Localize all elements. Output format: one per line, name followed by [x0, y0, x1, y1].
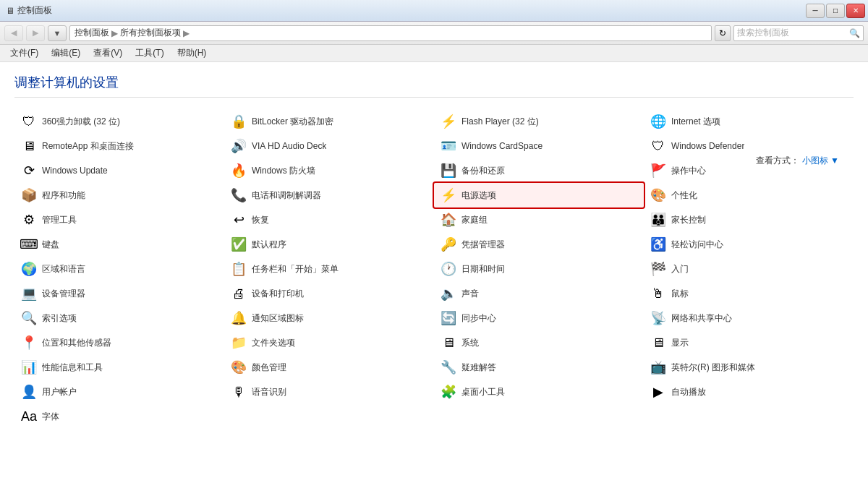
- control-panel-item[interactable]: 🌐Internet 选项: [644, 109, 854, 134]
- item-label: 网络和共享中心: [671, 312, 732, 325]
- control-panel-item[interactable]: 🖨设备和打印机: [224, 281, 434, 306]
- control-panel-item[interactable]: 🛡360强力卸载 (32 位): [14, 109, 224, 134]
- control-panel-item[interactable]: 🖥RemoteApp 和桌面连接: [14, 134, 224, 158]
- address-bar: ◀ ▶ ▼ 控制面板 ▶ 所有控制面板项 ▶ ↻ 搜索控制面板 🔍: [0, 22, 868, 45]
- control-panel-item[interactable]: 💻设备管理器: [14, 281, 224, 306]
- dropdown-button[interactable]: ▼: [48, 25, 67, 41]
- item-icon: 💾: [440, 162, 457, 179]
- close-button[interactable]: ✕: [846, 4, 865, 18]
- control-panel-item[interactable]: 🖥显示: [644, 330, 854, 355]
- control-panel-item[interactable]: ⌨键盘: [14, 232, 224, 257]
- item-icon: 📡: [650, 309, 667, 327]
- item-icon: 🎨: [650, 187, 667, 204]
- control-panel-item[interactable]: 🎨个性化: [644, 183, 854, 207]
- menu-edit[interactable]: 编辑(E): [46, 46, 86, 61]
- item-icon: ✅: [230, 236, 247, 253]
- control-panel-item[interactable]: 📊性能信息和工具: [14, 355, 224, 380]
- control-panel-item[interactable]: 🚩操作中心: [644, 158, 854, 183]
- item-label: 字体: [42, 411, 59, 423]
- control-panel-item[interactable]: 🔑凭据管理器: [434, 232, 644, 257]
- refresh-button[interactable]: ↻: [715, 25, 731, 41]
- item-icon: 🔑: [440, 236, 457, 253]
- control-panel-item[interactable]: ✅默认程序: [224, 232, 434, 257]
- breadcrumb-arrow: ▶: [111, 28, 118, 38]
- control-panel-item[interactable]: 🔄同步中心: [434, 306, 644, 330]
- item-label: 索引选项: [42, 312, 77, 325]
- item-label: 桌面小工具: [461, 386, 505, 398]
- item-icon: Aa: [20, 408, 38, 425]
- control-panel-item[interactable]: 📞电话和调制解调器: [224, 183, 434, 207]
- item-label: 任务栏和「开始」菜单: [252, 263, 339, 275]
- item-icon: 🔧: [440, 359, 457, 376]
- menu-help[interactable]: 帮助(H): [171, 46, 213, 61]
- control-panel-item[interactable]: 🔈声音: [434, 281, 644, 306]
- item-icon: ⚙: [20, 211, 38, 228]
- control-panel-item[interactable]: 🔍索引选项: [14, 306, 224, 330]
- item-label: 文件夹选项: [252, 337, 295, 349]
- control-panel-item[interactable]: ⚡电源选项: [434, 183, 644, 207]
- item-label: 鼠标: [671, 288, 689, 300]
- control-panel-item[interactable]: 📁文件夹选项: [224, 330, 434, 355]
- item-icon: 🔥: [230, 162, 247, 179]
- items-grid: 🛡360强力卸载 (32 位)🔒BitLocker 驱动器加密⚡Flash Pl…: [14, 109, 854, 429]
- item-icon: 🔍: [20, 309, 38, 327]
- item-icon: ♿: [650, 236, 667, 253]
- control-panel-item[interactable]: 🌍区域和语言: [14, 257, 224, 281]
- control-panel-item[interactable]: 📡网络和共享中心: [644, 306, 854, 330]
- item-label: 电源选项: [461, 189, 496, 202]
- control-panel-item[interactable]: ⚙管理工具: [14, 207, 224, 232]
- item-label: 键盘: [42, 239, 59, 251]
- control-panel-item[interactable]: 📺英特尔(R) 图形和媒体: [644, 355, 854, 380]
- item-label: Windows Update: [42, 166, 108, 176]
- minimize-button[interactable]: ─: [806, 4, 825, 18]
- item-icon: 🏁: [650, 260, 667, 278]
- search-box[interactable]: 搜索控制面板 🔍: [733, 25, 864, 41]
- item-icon: 🛡: [20, 113, 38, 130]
- control-panel-item[interactable]: 🎙语音识别: [224, 380, 434, 404]
- control-panel-item[interactable]: 🖥系统: [434, 330, 644, 355]
- item-label: 设备和打印机: [252, 288, 304, 300]
- control-panel-item[interactable]: 🏁入门: [644, 257, 854, 281]
- control-panel-item[interactable]: ♿轻松访问中心: [644, 232, 854, 257]
- control-panel-item[interactable]: 💾备份和还原: [434, 158, 644, 183]
- menu-tools[interactable]: 工具(T): [129, 46, 169, 61]
- item-label: 性能信息和工具: [42, 361, 103, 374]
- menu-file[interactable]: 文件(F): [4, 46, 44, 61]
- control-panel-item[interactable]: 🪪Windows CardSpace: [434, 134, 644, 158]
- control-panel-item[interactable]: 🏠家庭组: [434, 207, 644, 232]
- control-panel-item[interactable]: 🔧疑难解答: [434, 355, 644, 380]
- item-icon: ▶: [650, 383, 667, 401]
- control-panel-item[interactable]: 🛡Windows Defender: [644, 134, 854, 158]
- control-panel-item[interactable]: 📦程序和功能: [14, 183, 224, 207]
- control-panel-item[interactable]: 🕐日期和时间: [434, 257, 644, 281]
- control-panel-item[interactable]: 🔔通知区域图标: [224, 306, 434, 330]
- control-panel-item[interactable]: ▶自动播放: [644, 380, 854, 404]
- control-panel-item[interactable]: 👤用户帐户: [14, 380, 224, 404]
- control-panel-item[interactable]: 🔒BitLocker 驱动器加密: [224, 109, 434, 134]
- control-panel-item[interactable]: ↩恢复: [224, 207, 434, 232]
- control-panel-item[interactable]: 📍位置和其他传感器: [14, 330, 224, 355]
- item-icon: 🔈: [440, 285, 457, 302]
- control-panel-item[interactable]: 🔊VIA HD Audio Deck: [224, 134, 434, 158]
- item-label: 家庭组: [461, 214, 488, 226]
- control-panel-item[interactable]: 👪家长控制: [644, 207, 854, 232]
- control-panel-item[interactable]: 🖱鼠标: [644, 281, 854, 306]
- control-panel-item[interactable]: 🎨颜色管理: [224, 355, 434, 380]
- control-panel-item[interactable]: 🔥Windows 防火墙: [224, 158, 434, 183]
- control-panel-item[interactable]: ⟳Windows Update: [14, 158, 224, 183]
- control-panel-item[interactable]: 📋任务栏和「开始」菜单: [224, 257, 434, 281]
- item-icon: 📺: [650, 359, 667, 376]
- control-panel-item[interactable]: Aa字体: [14, 404, 224, 429]
- item-label: RemoteApp 和桌面连接: [42, 140, 134, 153]
- item-label: Windows 防火墙: [252, 165, 315, 177]
- maximize-button[interactable]: □: [826, 4, 845, 18]
- control-panel-item[interactable]: 🧩桌面小工具: [434, 380, 644, 404]
- forward-button[interactable]: ▶: [26, 25, 45, 41]
- item-label: 区域和语言: [42, 263, 85, 275]
- back-button[interactable]: ◀: [4, 25, 23, 41]
- item-icon: 🔒: [230, 113, 247, 130]
- control-panel-item[interactable]: ⚡Flash Player (32 位): [434, 109, 644, 134]
- item-label: 声音: [461, 288, 479, 300]
- address-field[interactable]: 控制面板 ▶ 所有控制面板项 ▶: [69, 25, 712, 41]
- menu-view[interactable]: 查看(V): [88, 46, 128, 61]
